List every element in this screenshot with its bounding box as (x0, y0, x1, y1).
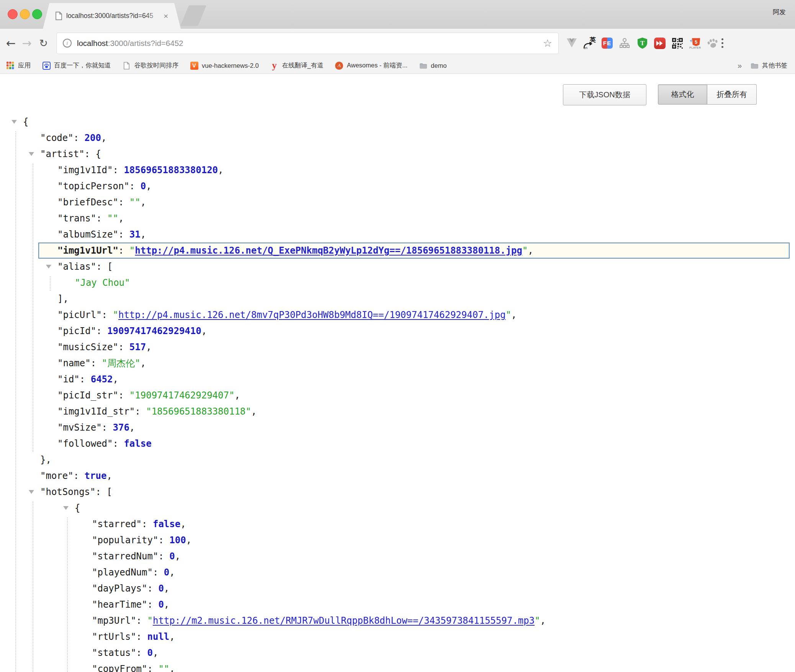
json-key: "playedNum" (92, 567, 153, 578)
bookmark-item[interactable]: 谷歌按时间排序 (123, 61, 179, 70)
new-tab-button[interactable] (180, 5, 206, 26)
other-bookmarks-folder[interactable]: 其他书签 (750, 61, 787, 70)
json-comma: , (101, 133, 106, 143)
json-comma: , (129, 422, 135, 433)
collapse-arrow-icon[interactable] (29, 490, 34, 494)
json-line: "mvSize": 376, (0, 420, 795, 436)
reload-button[interactable]: ↻ (39, 38, 48, 48)
qrcode-icon[interactable] (671, 37, 684, 49)
json-string: "" (107, 213, 118, 224)
translate-icon[interactable]: 英 en (583, 37, 596, 49)
bookmarks-right: » 其他书签 (738, 61, 787, 70)
json-comma: , (234, 390, 240, 401)
json-number: 0 (169, 551, 175, 562)
bookmark-label: 百度一下，你就知道 (54, 61, 111, 70)
svg-text:T: T (640, 39, 645, 47)
json-colon: : (74, 133, 85, 143)
json-line: "id": 6452, (0, 371, 795, 387)
bookmark-item[interactable]: y在线翻译_有道 (270, 61, 324, 70)
json-url-link[interactable]: http://p4.music.126.net/Q_ExePNkmqB2yWyL… (135, 245, 522, 256)
vue-icon: V (190, 61, 198, 70)
bookmark-item[interactable]: 应用 (6, 61, 31, 70)
fe-extension-icon[interactable]: FE (601, 37, 613, 49)
json-colon: : (96, 213, 107, 224)
json-number: 200 (85, 133, 101, 143)
fullscreen-window-button[interactable] (32, 9, 42, 19)
json-colon: : (136, 615, 147, 626)
json-colon: : (136, 631, 147, 642)
json-bracket: ], (57, 293, 69, 304)
json-bool: true (85, 470, 107, 481)
json-colon: : (158, 551, 169, 562)
browser-tab[interactable]: localhost:3000/artists?id=645 × (43, 3, 181, 29)
json-comma: , (146, 181, 151, 192)
json-key: "img1v1Url" (57, 245, 118, 256)
json-url-link[interactable]: http://p4.music.126.net/8mv7qP30Pd3oHW8b… (118, 310, 505, 320)
address-bar[interactable]: i localhost:3000/artists?id=6452 ☆ (56, 33, 559, 54)
bookmark-label: demo (431, 62, 447, 69)
bookmarks-overflow-icon[interactable]: » (738, 61, 742, 70)
json-line: "code": 200, (0, 130, 795, 146)
collapse-arrow-icon[interactable] (11, 120, 17, 124)
html5-player-icon[interactable]: 5 PLAYER (689, 37, 702, 49)
url-host: localhost (77, 39, 108, 48)
json-line: "name": "周杰伦", (0, 355, 795, 371)
bookmark-label: 应用 (18, 61, 31, 70)
tampermonkey-shield-icon[interactable]: T (636, 37, 649, 49)
json-line: "rtUrls": null, (0, 629, 795, 645)
json-string: "" (129, 197, 141, 208)
json-line: { (0, 500, 795, 516)
collapse-all-button[interactable]: 折叠所有 (707, 84, 757, 105)
apps-grid-icon (6, 61, 15, 70)
json-line: "more": true, (0, 468, 795, 484)
json-colon: : (118, 342, 129, 352)
json-line: "status": 0, (0, 645, 795, 661)
json-colon: : (118, 245, 129, 256)
json-line: "img1v1Id_str": "18569651883380118", (0, 403, 795, 420)
json-key: "rtUrls" (92, 631, 136, 642)
browser-menu-icon[interactable] (721, 38, 723, 48)
json-quote: " (505, 310, 511, 320)
forward-button-disabled[interactable]: → (22, 38, 31, 49)
bookmark-item[interactable]: AAwesomes - 前端资... (335, 61, 407, 70)
json-string: "19097417462929407" (129, 390, 235, 401)
json-key: "hearTime" (92, 599, 147, 610)
video-speed-icon[interactable] (654, 37, 666, 49)
back-button[interactable]: ← (6, 38, 16, 49)
json-line: "copyFrom": "", (0, 661, 795, 672)
bookmark-item[interactable]: demo (419, 61, 447, 70)
json-viewer: {"code": 200,"artist": {"img1v1Id": 1856… (0, 114, 795, 672)
collapse-arrow-icon[interactable] (63, 506, 69, 510)
bookmark-star-icon[interactable]: ☆ (543, 37, 552, 49)
json-bracket: [ (107, 261, 113, 272)
json-number: 376 (113, 422, 129, 433)
collapse-arrow-icon[interactable] (46, 265, 51, 269)
json-url-link[interactable]: http://m2.music.126.net/RMJR7wDullRqppBk… (153, 615, 535, 626)
json-number: 19097417462929410 (107, 326, 201, 336)
vue-devtools-icon[interactable] (566, 37, 578, 49)
json-line: "img1v1Id": 18569651883380120, (0, 162, 795, 178)
json-key: "picId" (57, 326, 96, 336)
json-key: "briefDesc" (57, 197, 118, 208)
collapse-arrow-icon[interactable] (29, 152, 34, 156)
json-colon: : (158, 535, 169, 546)
format-button[interactable]: 格式化 (658, 84, 707, 105)
tab-close-icon[interactable]: × (164, 12, 168, 20)
json-line: "picId": 19097417462929410, (0, 323, 795, 339)
download-json-button[interactable]: 下载JSON数据 (563, 84, 646, 105)
site-info-icon[interactable]: i (63, 39, 72, 48)
profile-name[interactable]: 阿发 (773, 8, 786, 16)
bookmark-item[interactable]: Vvue-hackernews-2.0 (190, 61, 259, 70)
bookmark-item[interactable]: 百度一下，你就知道 (42, 61, 111, 70)
json-number: 31 (129, 229, 141, 240)
close-window-button[interactable] (8, 9, 18, 19)
page-favicon-icon (55, 11, 62, 20)
json-number: 0 (164, 567, 169, 578)
json-colon: : (147, 664, 159, 672)
json-key: "id" (57, 374, 80, 385)
proxy-sitemap-icon[interactable] (618, 37, 631, 49)
paw-icon[interactable] (707, 37, 719, 49)
json-line: "albumSize": 31, (0, 226, 795, 243)
minimize-window-button[interactable] (20, 9, 30, 19)
json-colon: : (102, 310, 113, 320)
